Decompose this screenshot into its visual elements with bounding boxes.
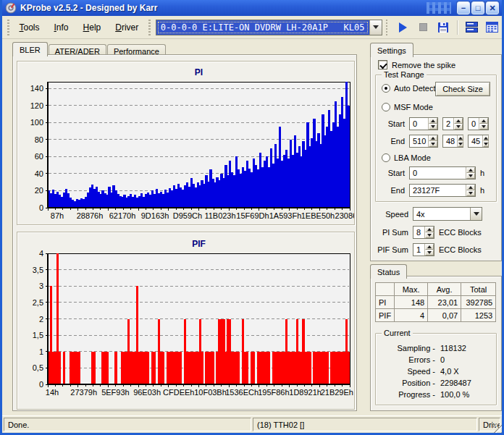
svg-text:10F03Bh: 10F03Bh xyxy=(194,388,227,397)
menu-tools[interactable]: Tools xyxy=(13,20,46,35)
svg-text:9D163h: 9D163h xyxy=(141,211,169,220)
svg-text:2: 2 xyxy=(39,315,43,324)
svg-text:0: 0 xyxy=(39,380,43,389)
drive-select[interactable]: 0-0-0-0 E:LITE-ON DVDRW LH-20A1P KL05 xyxy=(156,20,382,35)
settings-tabstrip: Settings xyxy=(370,43,414,57)
svg-text:3: 3 xyxy=(39,282,43,290)
pi-total: 392785 xyxy=(461,296,496,309)
spin-down-icon xyxy=(429,124,437,130)
spin-up-icon xyxy=(429,135,437,141)
remove-spike-checkbox[interactable] xyxy=(378,60,387,69)
msf-end-frame[interactable]: 45 xyxy=(468,135,489,148)
status-bar: Done. (18) TTH02 [] Drive xyxy=(2,415,502,433)
grid-view-button[interactable] xyxy=(483,19,500,36)
svg-text:1,5: 1,5 xyxy=(33,331,43,339)
maximize-button[interactable]: □ xyxy=(471,1,484,14)
svg-text:0,5: 0,5 xyxy=(33,363,43,372)
status-tabstrip: Status xyxy=(370,264,408,279)
msf-mode-radio[interactable] xyxy=(382,103,390,111)
svg-text:60: 60 xyxy=(35,152,43,161)
pif-max: 4 xyxy=(395,309,428,322)
lba-end-label: End xyxy=(382,186,405,195)
sampling-row: Sampling -118132 xyxy=(379,342,493,354)
lba-start-unit: h xyxy=(480,169,484,177)
minimize-button[interactable]: − xyxy=(457,1,470,14)
tab-status[interactable]: Status xyxy=(370,264,407,279)
status-panel: Max. Avg. Total PI 148 23,01 392785 PIF … xyxy=(370,276,502,411)
table-row: PIF 4 0,07 1253 xyxy=(376,309,496,322)
drive-select-value: 0-0-0-0 E:LITE-ON DVDRW LH-20A1P KL05 xyxy=(156,20,369,35)
toolbar-separator xyxy=(457,20,458,35)
save-button[interactable] xyxy=(434,19,452,36)
auto-detect-radio[interactable] xyxy=(382,84,390,93)
resize-grip[interactable] xyxy=(492,423,502,433)
svg-text:1D8921h: 1D8921h xyxy=(289,388,322,397)
pif-row-name: PIF xyxy=(376,309,395,322)
lba-end-field[interactable]: 23127F xyxy=(409,184,476,197)
svg-text:CFDEEh: CFDEEh xyxy=(163,388,194,397)
pif-avg: 0,07 xyxy=(428,309,461,322)
stop-icon xyxy=(419,23,427,31)
drive-select-arrow[interactable] xyxy=(369,20,382,35)
spin-down-icon xyxy=(479,124,488,130)
toolbar-grip[interactable] xyxy=(386,20,388,35)
auto-detect-label: Auto Detect xyxy=(394,84,435,93)
start-scan-button[interactable] xyxy=(394,19,411,36)
app-disc-icon xyxy=(5,2,17,14)
status-table: Max. Avg. Total PI 148 23,01 392785 PIF … xyxy=(375,282,496,322)
lba-end-unit: h xyxy=(480,186,484,195)
table-row: PI 148 23,01 392785 xyxy=(376,296,496,309)
speed-select[interactable]: 4x xyxy=(413,207,482,221)
layout-horizontal-button[interactable] xyxy=(463,19,480,36)
spin-up-icon xyxy=(429,118,437,124)
menu-driver[interactable]: Driver xyxy=(109,20,145,35)
msf-start-min[interactable]: 0 xyxy=(409,117,438,130)
svg-text:1: 1 xyxy=(39,347,43,356)
svg-text:100: 100 xyxy=(30,118,43,127)
window-title: KProbe v2.5.2 - Designed by Karr xyxy=(20,3,157,13)
spin-up-icon xyxy=(466,185,475,190)
check-size-button[interactable]: Check Size xyxy=(435,82,490,96)
content-area: BLER ATER/ADER Performance PI02040608010… xyxy=(2,39,502,415)
col-blank xyxy=(376,283,395,296)
grid-view-icon xyxy=(486,22,498,33)
spin-down-icon xyxy=(483,141,489,147)
svg-text:1A593Fh: 1A593Fh xyxy=(269,211,302,220)
svg-text:2,5: 2,5 xyxy=(33,298,43,307)
settings-panel: Remove the spike Test Range Auto Detect … xyxy=(370,54,502,261)
pi-sum-unit: ECC Blocks xyxy=(439,228,482,237)
pi-max: 148 xyxy=(395,296,428,309)
toolbar-grip[interactable] xyxy=(7,20,9,35)
svg-text:3,5: 3,5 xyxy=(33,266,43,274)
msf-end-sec[interactable]: 48 xyxy=(442,135,463,148)
close-button[interactable]: ✕ xyxy=(486,1,499,14)
current-group: Current Sampling -118132 Errors -0 Speed… xyxy=(375,333,497,405)
msf-start-sec[interactable]: 2 xyxy=(442,117,463,130)
msf-end-min[interactable]: 510 xyxy=(409,135,438,148)
toolbar-grip[interactable] xyxy=(148,20,151,35)
svg-text:62170h: 62170h xyxy=(109,211,136,220)
svg-text:1EBE50h: 1EBE50h xyxy=(301,211,335,220)
stop-scan-button[interactable] xyxy=(414,19,432,36)
pif-sum-field[interactable]: 1 xyxy=(413,243,434,256)
lba-start-field[interactable]: 0 xyxy=(409,166,476,180)
col-avg: Avg. xyxy=(428,283,461,296)
chevron-down-icon xyxy=(373,25,379,29)
msf-start-frame[interactable]: 0 xyxy=(468,117,489,130)
svg-text:80: 80 xyxy=(35,135,43,144)
tab-bler[interactable]: BLER xyxy=(12,42,48,56)
menu-info[interactable]: Info xyxy=(48,20,75,35)
chart-page: PI02040608010012014087h28876h62170h9D163… xyxy=(12,54,357,411)
spin-up-icon xyxy=(483,135,489,141)
tab-settings[interactable]: Settings xyxy=(370,43,413,57)
spin-down-icon xyxy=(454,124,463,130)
toolbar-buttons xyxy=(394,19,500,36)
lba-start-label: Start xyxy=(382,169,405,177)
spin-up-icon xyxy=(425,244,434,250)
msf-end-label: End xyxy=(382,137,405,145)
pi-sum-field[interactable]: 8 xyxy=(413,226,434,239)
app-window: KProbe v2.5.2 - Designed by Karr − □ ✕ T… xyxy=(0,0,504,435)
pi-chart: PI02040608010012014087h28876h62170h9D163… xyxy=(17,61,355,225)
menu-help[interactable]: Help xyxy=(77,20,108,35)
lba-mode-radio[interactable] xyxy=(382,153,390,162)
